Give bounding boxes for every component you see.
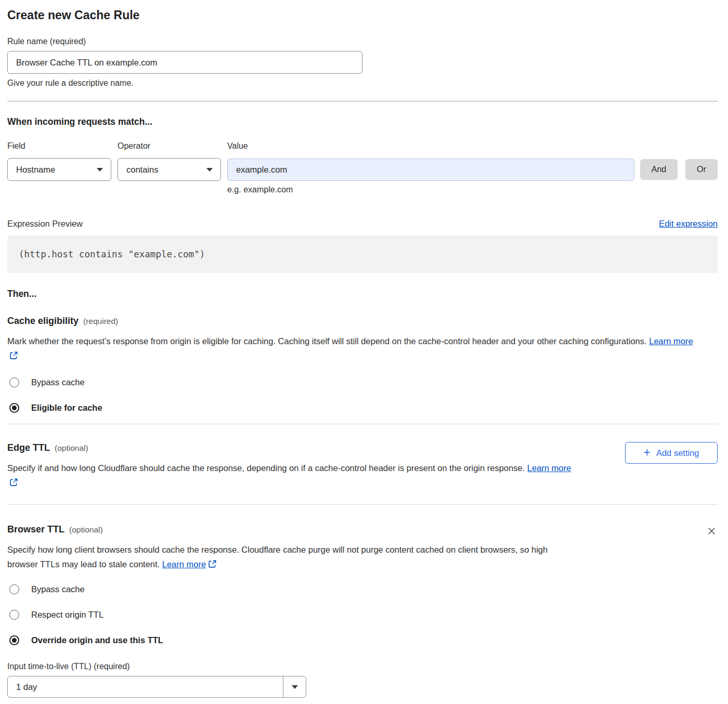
page-title: Create new Cache Rule [7,7,718,23]
create-cache-rule-form: Create new Cache Rule Rule name (require… [0,7,728,698]
radio-label: Eligible for cache [31,402,102,413]
or-button[interactable]: Or [685,159,718,180]
ttl-select-value: 1 day [8,676,283,697]
radio-eligible-for-cache[interactable]: Eligible for cache [7,402,718,413]
close-icon [707,527,716,536]
browser-ttl-heading: Browser TTL (optional) [7,524,574,535]
chevron-down-icon [292,685,298,689]
field-label: Field [7,141,118,151]
radio-button-icon[interactable] [9,584,19,594]
section-divider [7,504,718,505]
browser-ttl-section: Browser TTL (optional) Specify how long … [7,524,718,571]
match-controls-row: Hostname contains And Or [7,158,718,181]
expression-code: (http.host contains "example.com") [19,249,205,259]
optional-badge: (optional) [69,525,103,534]
edge-ttl-heading: Edge TTL (optional) [7,442,582,453]
then-heading: Then... [7,288,718,299]
and-button[interactable]: And [640,159,678,180]
radio-button-icon[interactable] [9,403,19,413]
required-badge: (required) [83,317,118,326]
edge-ttl-content: Edge TTL (optional) Specify if and how l… [7,442,582,490]
radio-button-icon[interactable] [9,377,19,387]
operator-label: Operator [118,141,227,151]
expression-header-row: Expression Preview Edit expression [7,218,718,229]
chevron-down-icon [97,168,103,172]
match-labels-row: Field Operator Value [7,141,718,151]
field-select[interactable]: Hostname [7,158,111,181]
browser-ttl-radio-group: Bypass cache Respect origin TTL Override… [7,583,718,646]
radio-respect-origin-ttl[interactable]: Respect origin TTL [7,609,718,620]
learn-more-link[interactable]: Learn more [649,336,693,346]
ttl-select-arrow-button[interactable] [283,676,306,697]
optional-badge: (optional) [55,444,88,453]
external-link-icon [9,478,18,487]
value-hint: e.g. example.com [7,185,718,195]
edge-ttl-description: Specify if and how long Cloudflare shoul… [7,461,582,490]
description-text: Specify how long client browsers should … [7,545,548,569]
radio-bypass-cache[interactable]: Bypass cache [7,376,718,388]
radio-label: Bypass cache [31,376,85,388]
radio-button-icon[interactable] [9,610,19,620]
browser-ttl-description: Specify how long client browsers should … [7,542,574,571]
rule-name-label: Rule name (required) [7,36,718,47]
edit-expression-link[interactable]: Edit expression [659,218,718,229]
expression-preview-block: (http.host contains "example.com") [7,236,718,273]
cache-eligibility-radio-group: Bypass cache Eligible for cache [7,376,718,413]
ttl-select[interactable]: 1 day [7,676,306,698]
operator-select[interactable]: contains [118,158,221,181]
browser-ttl-content: Browser TTL (optional) Specify how long … [7,524,574,571]
radio-override-origin-ttl[interactable]: Override origin and use this TTL [7,634,718,646]
match-heading: When incoming requests match... [7,116,718,127]
radio-label: Respect origin TTL [31,609,103,620]
section-divider [7,424,718,424]
rule-name-input[interactable] [7,51,362,74]
cache-eligibility-description: Mark whether the request’s response from… [7,334,702,363]
learn-more-link[interactable]: Learn more [162,559,206,569]
learn-more-link[interactable]: Learn more [527,463,571,473]
field-select-value: Hostname [16,165,55,175]
operator-select-value: contains [126,165,158,175]
external-link-icon [9,351,18,360]
remove-setting-button[interactable] [705,525,718,537]
radio-bypass-cache[interactable]: Bypass cache [7,583,718,595]
value-label: Value [227,141,248,151]
value-input[interactable] [227,159,634,181]
cache-eligibility-heading: Cache eligibility (required) [7,315,718,327]
browser-ttl-title: Browser TTL [7,524,64,535]
chevron-down-icon [206,168,213,172]
description-text: Mark whether the request’s response from… [7,336,647,346]
expression-preview-label: Expression Preview [7,218,83,229]
rule-name-help: Give your rule a descriptive name. [7,78,718,88]
radio-button-icon[interactable] [9,635,19,645]
section-divider [7,101,718,101]
radio-label: Override origin and use this TTL [31,634,163,646]
edge-ttl-section: Edge TTL (optional) Specify if and how l… [7,442,718,490]
add-setting-label: Add setting [656,448,699,458]
cache-eligibility-title: Cache eligibility [7,315,79,327]
add-setting-button[interactable]: + Add setting [625,442,718,464]
edge-ttl-title: Edge TTL [7,442,50,453]
description-text: Specify if and how long Cloudflare shoul… [7,463,525,473]
plus-icon: + [644,447,651,459]
radio-label: Bypass cache [31,583,85,595]
ttl-input-label: Input time-to-live (TTL) (required) [7,661,718,672]
external-link-icon [208,559,217,568]
